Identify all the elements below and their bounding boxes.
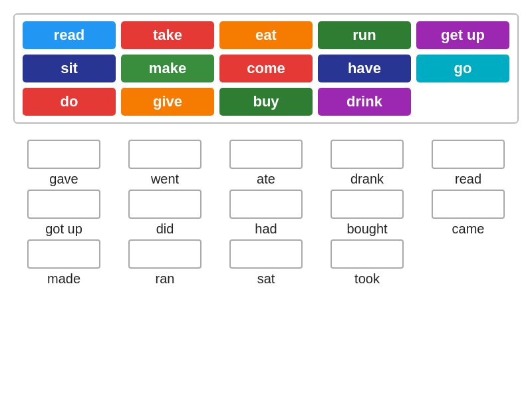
drop-box-2-2[interactable]: [229, 239, 303, 269]
drop-item-1-3: bought: [317, 190, 418, 237]
drop-item-1-4: came: [418, 190, 519, 237]
drop-label-2-0: made: [47, 271, 80, 287]
drop-box-0-3[interactable]: [331, 140, 404, 169]
drop-item-2-3: took: [317, 239, 418, 287]
drop-item-2-1: ran: [114, 239, 215, 287]
word-tile-take[interactable]: take: [121, 21, 214, 49]
drop-label-1-4: came: [452, 221, 485, 237]
drop-item-0-3: drank: [317, 140, 418, 187]
word-tile-eat[interactable]: eat: [219, 21, 313, 49]
drop-item-0-4: read: [418, 140, 519, 187]
drop-label-1-3: bought: [346, 221, 387, 237]
drop-label-1-2: had: [255, 221, 277, 237]
drop-item-1-0: got up: [13, 190, 114, 237]
drop-row-0: gavewentatedrankread: [13, 140, 519, 187]
drop-box-0-0[interactable]: [27, 140, 100, 169]
drop-item-2-2: sat: [215, 239, 317, 287]
drop-item-1-1: did: [114, 190, 215, 237]
word-tile-come[interactable]: come: [219, 55, 313, 82]
drop-label-1-0: got up: [45, 221, 82, 237]
drop-box-0-4[interactable]: [432, 140, 505, 169]
word-bank: readtakeeatrunget upsitmakecomehavegodog…: [13, 13, 519, 124]
word-tile-make[interactable]: make: [121, 55, 214, 82]
drop-item-1-2: had: [215, 190, 317, 237]
drop-box-1-4[interactable]: [432, 190, 505, 219]
word-tile-get-up[interactable]: get up: [416, 21, 509, 49]
drop-box-2-0[interactable]: [27, 239, 100, 269]
word-tile-buy[interactable]: buy: [219, 88, 313, 116]
drop-label-1-1: did: [156, 221, 174, 237]
drop-box-1-2[interactable]: [229, 190, 303, 219]
drop-row-2: maderansattook: [13, 239, 519, 287]
drop-box-0-1[interactable]: [128, 140, 201, 169]
drop-box-2-3[interactable]: [331, 239, 404, 269]
word-tile-go[interactable]: go: [416, 55, 509, 82]
drop-item-2-0: made: [13, 239, 114, 287]
word-tile-give[interactable]: give: [121, 88, 214, 116]
drop-box-1-3[interactable]: [331, 190, 404, 219]
drop-box-0-2[interactable]: [229, 140, 303, 169]
drop-label-2-3: took: [354, 271, 380, 287]
drop-label-2-2: sat: [257, 271, 275, 287]
drop-item-0-2: ate: [215, 140, 317, 187]
drop-row-1: got updidhadboughtcame: [13, 190, 519, 237]
word-tile-run[interactable]: run: [318, 21, 411, 49]
drop-item-0-0: gave: [13, 140, 114, 187]
drop-section: gavewentatedrankreadgot updidhadboughtca…: [13, 140, 519, 289]
drop-label-0-1: went: [151, 172, 179, 187]
drop-box-1-1[interactable]: [128, 190, 201, 219]
drop-box-1-0[interactable]: [27, 190, 100, 219]
drop-item-0-1: went: [114, 140, 215, 187]
word-tile-have[interactable]: have: [318, 55, 411, 82]
word-tile-drink[interactable]: drink: [318, 88, 411, 116]
drop-label-0-4: read: [455, 172, 481, 187]
word-tile-do[interactable]: do: [23, 88, 116, 116]
word-tile-read[interactable]: read: [23, 21, 116, 49]
drop-label-0-0: gave: [49, 172, 78, 187]
drop-label-2-1: ran: [156, 271, 175, 287]
drop-label-0-3: drank: [350, 172, 384, 187]
word-tile-sit[interactable]: sit: [23, 55, 116, 82]
drop-label-0-2: ate: [257, 172, 275, 187]
drop-box-2-1[interactable]: [128, 239, 201, 269]
